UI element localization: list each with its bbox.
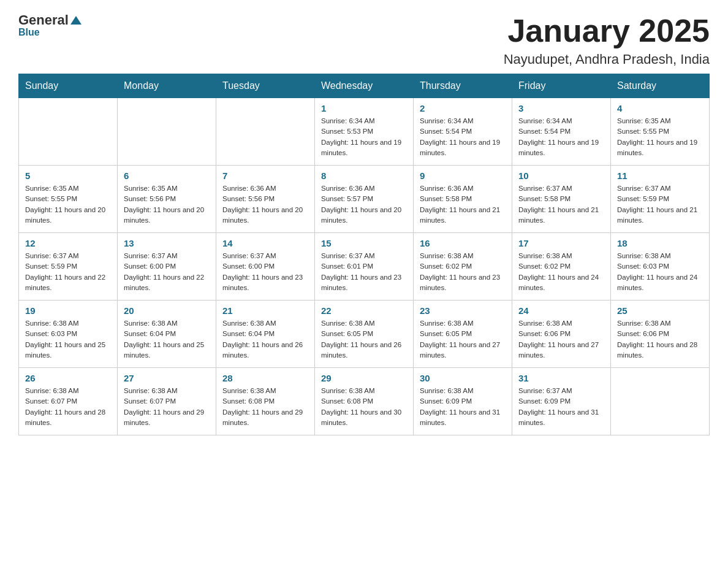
calendar-cell: 25Sunrise: 6:38 AMSunset: 6:06 PMDayligh… bbox=[611, 301, 710, 368]
week-row-4: 19Sunrise: 6:38 AMSunset: 6:03 PMDayligh… bbox=[19, 301, 710, 368]
day-number: 8 bbox=[321, 170, 407, 181]
month-title: January 2025 bbox=[504, 12, 710, 49]
header-wednesday: Wednesday bbox=[315, 74, 414, 98]
day-info: Sunrise: 6:38 AMSunset: 6:04 PMDaylight:… bbox=[124, 318, 210, 361]
logo-blue-text: Blue bbox=[18, 27, 40, 38]
calendar-cell: 12Sunrise: 6:37 AMSunset: 5:59 PMDayligh… bbox=[19, 233, 118, 301]
calendar-cell: 17Sunrise: 6:38 AMSunset: 6:02 PMDayligh… bbox=[512, 233, 611, 301]
calendar-cell: 21Sunrise: 6:38 AMSunset: 6:04 PMDayligh… bbox=[216, 301, 315, 368]
day-number: 11 bbox=[617, 170, 703, 181]
calendar-cell: 23Sunrise: 6:38 AMSunset: 6:05 PMDayligh… bbox=[414, 301, 512, 368]
location-title: Nayudupet, Andhra Pradesh, India bbox=[504, 52, 710, 67]
svg-marker-0 bbox=[70, 16, 82, 25]
calendar-table: SundayMondayTuesdayWednesdayThursdayFrid… bbox=[18, 74, 710, 435]
calendar-header-row: SundayMondayTuesdayWednesdayThursdayFrid… bbox=[19, 74, 710, 98]
calendar-cell: 3Sunrise: 6:34 AMSunset: 5:54 PMDaylight… bbox=[512, 98, 611, 166]
header-sunday: Sunday bbox=[19, 74, 118, 98]
calendar-cell: 22Sunrise: 6:38 AMSunset: 6:05 PMDayligh… bbox=[315, 301, 414, 368]
day-info: Sunrise: 6:38 AMSunset: 6:03 PMDaylight:… bbox=[25, 318, 111, 361]
day-info: Sunrise: 6:38 AMSunset: 6:08 PMDaylight:… bbox=[222, 386, 308, 428]
logo: General Blue bbox=[18, 12, 83, 38]
day-info: Sunrise: 6:38 AMSunset: 6:06 PMDaylight:… bbox=[518, 318, 604, 361]
week-row-2: 5Sunrise: 6:35 AMSunset: 5:55 PMDaylight… bbox=[19, 166, 710, 233]
day-number: 28 bbox=[222, 373, 308, 383]
calendar-cell: 10Sunrise: 6:37 AMSunset: 5:58 PMDayligh… bbox=[512, 166, 611, 233]
day-info: Sunrise: 6:34 AMSunset: 5:53 PMDaylight:… bbox=[321, 116, 407, 158]
day-number: 16 bbox=[420, 238, 506, 248]
calendar-cell: 7Sunrise: 6:36 AMSunset: 5:56 PMDaylight… bbox=[216, 166, 315, 233]
day-number: 31 bbox=[518, 373, 604, 383]
day-number: 15 bbox=[321, 238, 407, 248]
day-info: Sunrise: 6:38 AMSunset: 6:05 PMDaylight:… bbox=[420, 318, 506, 361]
day-info: Sunrise: 6:38 AMSunset: 6:07 PMDaylight:… bbox=[124, 386, 210, 428]
calendar-cell bbox=[118, 98, 216, 166]
day-info: Sunrise: 6:38 AMSunset: 6:04 PMDaylight:… bbox=[222, 318, 308, 361]
day-number: 13 bbox=[124, 238, 210, 248]
calendar-cell: 5Sunrise: 6:35 AMSunset: 5:55 PMDaylight… bbox=[19, 166, 118, 233]
calendar-cell: 1Sunrise: 6:34 AMSunset: 5:53 PMDaylight… bbox=[315, 98, 414, 166]
calendar-cell: 16Sunrise: 6:38 AMSunset: 6:02 PMDayligh… bbox=[414, 233, 512, 301]
day-number: 3 bbox=[518, 103, 604, 113]
calendar-cell: 8Sunrise: 6:36 AMSunset: 5:57 PMDaylight… bbox=[315, 166, 414, 233]
title-section: January 2025 Nayudupet, Andhra Pradesh, … bbox=[504, 12, 710, 67]
calendar-cell: 27Sunrise: 6:38 AMSunset: 6:07 PMDayligh… bbox=[118, 368, 216, 435]
day-number: 19 bbox=[25, 305, 111, 316]
header-tuesday: Tuesday bbox=[216, 74, 315, 98]
day-number: 25 bbox=[617, 305, 703, 316]
day-info: Sunrise: 6:37 AMSunset: 5:58 PMDaylight:… bbox=[518, 183, 604, 226]
day-number: 24 bbox=[518, 305, 604, 316]
calendar-cell: 9Sunrise: 6:36 AMSunset: 5:58 PMDaylight… bbox=[414, 166, 512, 233]
day-info: Sunrise: 6:37 AMSunset: 6:00 PMDaylight:… bbox=[222, 251, 308, 293]
logo-text: General bbox=[18, 12, 83, 28]
day-info: Sunrise: 6:37 AMSunset: 6:09 PMDaylight:… bbox=[518, 386, 604, 428]
header-thursday: Thursday bbox=[414, 74, 512, 98]
day-info: Sunrise: 6:38 AMSunset: 6:02 PMDaylight:… bbox=[518, 251, 604, 293]
calendar-cell: 2Sunrise: 6:34 AMSunset: 5:54 PMDaylight… bbox=[414, 98, 512, 166]
day-info: Sunrise: 6:35 AMSunset: 5:55 PMDaylight:… bbox=[25, 183, 111, 226]
calendar-cell: 24Sunrise: 6:38 AMSunset: 6:06 PMDayligh… bbox=[512, 301, 611, 368]
day-info: Sunrise: 6:38 AMSunset: 6:06 PMDaylight:… bbox=[617, 318, 703, 361]
day-number: 6 bbox=[124, 170, 210, 181]
calendar-cell: 20Sunrise: 6:38 AMSunset: 6:04 PMDayligh… bbox=[118, 301, 216, 368]
calendar-cell: 11Sunrise: 6:37 AMSunset: 5:59 PMDayligh… bbox=[611, 166, 710, 233]
day-number: 18 bbox=[617, 238, 703, 248]
calendar-cell: 31Sunrise: 6:37 AMSunset: 6:09 PMDayligh… bbox=[512, 368, 611, 435]
day-info: Sunrise: 6:38 AMSunset: 6:07 PMDaylight:… bbox=[25, 386, 111, 428]
calendar-cell: 26Sunrise: 6:38 AMSunset: 6:07 PMDayligh… bbox=[19, 368, 118, 435]
calendar-cell: 14Sunrise: 6:37 AMSunset: 6:00 PMDayligh… bbox=[216, 233, 315, 301]
day-info: Sunrise: 6:37 AMSunset: 6:01 PMDaylight:… bbox=[321, 251, 407, 293]
calendar-cell: 28Sunrise: 6:38 AMSunset: 6:08 PMDayligh… bbox=[216, 368, 315, 435]
calendar-cell: 18Sunrise: 6:38 AMSunset: 6:03 PMDayligh… bbox=[611, 233, 710, 301]
logo-arrow-icon bbox=[69, 13, 83, 27]
day-info: Sunrise: 6:34 AMSunset: 5:54 PMDaylight:… bbox=[518, 116, 604, 158]
day-number: 4 bbox=[617, 103, 703, 113]
day-info: Sunrise: 6:38 AMSunset: 6:02 PMDaylight:… bbox=[420, 251, 506, 293]
day-number: 21 bbox=[222, 305, 308, 316]
calendar-cell: 30Sunrise: 6:38 AMSunset: 6:09 PMDayligh… bbox=[414, 368, 512, 435]
day-info: Sunrise: 6:35 AMSunset: 5:56 PMDaylight:… bbox=[124, 183, 210, 226]
day-number: 7 bbox=[222, 170, 308, 181]
day-number: 22 bbox=[321, 305, 407, 316]
day-number: 30 bbox=[420, 373, 506, 383]
day-number: 26 bbox=[25, 373, 111, 383]
calendar-cell: 4Sunrise: 6:35 AMSunset: 5:55 PMDaylight… bbox=[611, 98, 710, 166]
calendar-cell: 13Sunrise: 6:37 AMSunset: 6:00 PMDayligh… bbox=[118, 233, 216, 301]
day-number: 9 bbox=[420, 170, 506, 181]
logo-general: General bbox=[18, 12, 69, 28]
day-info: Sunrise: 6:37 AMSunset: 5:59 PMDaylight:… bbox=[25, 251, 111, 293]
calendar-cell: 19Sunrise: 6:38 AMSunset: 6:03 PMDayligh… bbox=[19, 301, 118, 368]
week-row-1: 1Sunrise: 6:34 AMSunset: 5:53 PMDaylight… bbox=[19, 98, 710, 166]
day-info: Sunrise: 6:37 AMSunset: 6:00 PMDaylight:… bbox=[124, 251, 210, 293]
header-saturday: Saturday bbox=[611, 74, 710, 98]
page-header: General Blue January 2025 Nayudupet, And… bbox=[18, 12, 710, 67]
day-info: Sunrise: 6:35 AMSunset: 5:55 PMDaylight:… bbox=[617, 116, 703, 158]
header-monday: Monday bbox=[118, 74, 216, 98]
day-info: Sunrise: 6:36 AMSunset: 5:57 PMDaylight:… bbox=[321, 183, 407, 226]
day-info: Sunrise: 6:38 AMSunset: 6:05 PMDaylight:… bbox=[321, 318, 407, 361]
week-row-5: 26Sunrise: 6:38 AMSunset: 6:07 PMDayligh… bbox=[19, 368, 710, 435]
day-number: 1 bbox=[321, 103, 407, 113]
day-number: 27 bbox=[124, 373, 210, 383]
calendar-cell bbox=[216, 98, 315, 166]
day-number: 14 bbox=[222, 238, 308, 248]
day-info: Sunrise: 6:37 AMSunset: 5:59 PMDaylight:… bbox=[617, 183, 703, 226]
